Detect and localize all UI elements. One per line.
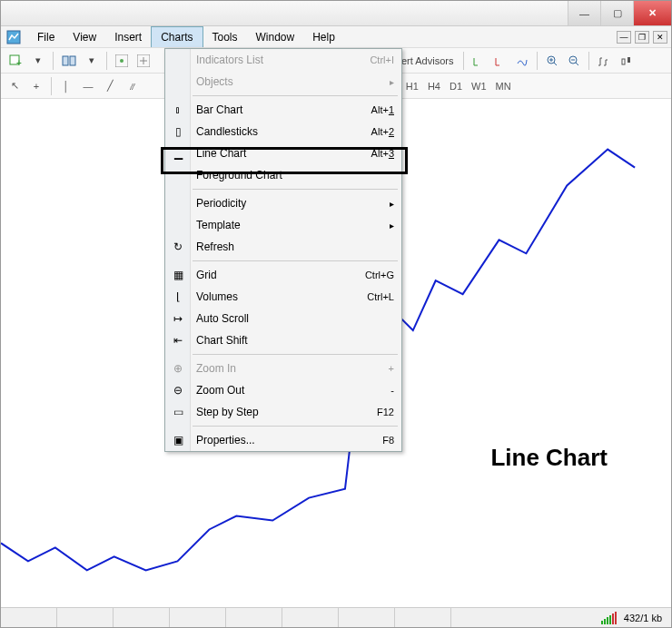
menu-item-step-by-step[interactable]: ▭Step by StepF12 — [165, 401, 401, 423]
zoom-in-button[interactable] — [542, 51, 562, 71]
profiles-button[interactable] — [58, 51, 80, 71]
menu-view[interactable]: View — [64, 26, 105, 47]
menu-item-periodicity[interactable]: Periodicity▸ — [165, 192, 401, 214]
timeframe-h1[interactable]: H1 — [402, 76, 422, 96]
menu-item-refresh[interactable]: ↻Refresh — [165, 236, 401, 258]
timeframe-d1[interactable]: D1 — [446, 76, 466, 96]
zoom-in-icon: ⊕ — [169, 362, 187, 375]
svg-rect-4 — [70, 56, 75, 65]
menu-item-chart-shift[interactable]: ⇤Chart Shift — [165, 329, 401, 351]
menu-item-properties[interactable]: ▣Properties...F8 — [165, 429, 401, 451]
volumes-icon: ⌊ — [169, 290, 187, 303]
submenu-arrow-icon: ▸ — [390, 199, 394, 209]
cursor-button[interactable]: ↖ — [5, 76, 25, 96]
line-chart-icon: ▁ — [169, 147, 187, 160]
menu-item-volumes[interactable]: ⌊VolumesCtrl+L — [165, 286, 401, 308]
menu-window[interactable]: Window — [247, 26, 304, 47]
step-by-step-icon: ▭ — [169, 406, 187, 418]
bar-chart-icon: ⫾ — [169, 103, 187, 116]
menu-separator — [193, 260, 398, 261]
bar-chart-type-button[interactable] — [594, 51, 614, 71]
menubar: File View Insert Charts Tools Window Hel… — [1, 26, 671, 48]
indicator-button-2[interactable] — [490, 51, 510, 71]
window-titlebar: — ▢ ✕ — [1, 1, 671, 26]
menu-item-zoom-out[interactable]: ⊖Zoom Out- — [165, 379, 401, 401]
crosshair-button[interactable]: + — [26, 76, 46, 96]
menu-item-bar-chart[interactable]: ⫾Bar ChartAlt+1 — [165, 99, 401, 121]
trendline-button[interactable]: ╱ — [100, 76, 120, 96]
submenu-arrow-icon: ▸ — [390, 77, 394, 87]
mdi-minimize-button[interactable]: — — [617, 31, 631, 44]
maximize-button[interactable]: ▢ — [600, 1, 633, 25]
chart-shift-icon: ⇤ — [169, 334, 187, 347]
menu-file[interactable]: File — [28, 26, 64, 47]
svg-rect-13 — [622, 59, 625, 64]
connection-signal-icon — [601, 612, 617, 624]
navigator-button[interactable] — [133, 51, 153, 71]
svg-rect-14 — [628, 57, 630, 63]
timeframe-mn[interactable]: MN — [492, 76, 515, 96]
new-chart-button[interactable]: + — [5, 51, 26, 71]
menu-item-zoom-in: ⊕Zoom In+ — [165, 358, 401, 379]
menu-item-indicators-list: Indicators ListCtrl+I — [165, 49, 401, 71]
mdi-restore-button[interactable]: ❐ — [635, 31, 649, 44]
zoom-out-button[interactable] — [564, 51, 584, 71]
chart-annotation-label: Line Chart — [490, 444, 608, 472]
menu-item-template[interactable]: Template▸ — [165, 214, 401, 236]
minimize-button[interactable]: — — [568, 1, 600, 25]
menu-item-candlesticks[interactable]: ▯CandlesticksAlt+2 — [165, 121, 401, 142]
menu-item-line-chart[interactable]: ▁Line ChartAlt+3 — [165, 142, 401, 164]
menu-separator — [193, 426, 398, 427]
dropdown-arrow-icon[interactable]: ▾ — [28, 51, 48, 71]
menu-tools[interactable]: Tools — [203, 26, 247, 47]
close-button[interactable]: ✕ — [633, 1, 671, 25]
app-icon — [5, 26, 23, 47]
grid-icon: ▦ — [169, 269, 187, 281]
menu-separator — [193, 95, 398, 96]
menu-insert[interactable]: Insert — [105, 26, 151, 47]
charts-dropdown: Indicators ListCtrl+IObjects▸⫾Bar ChartA… — [164, 48, 402, 452]
statusbar: 432/1 kb — [1, 607, 671, 627]
transfer-status: 432/1 kb — [624, 613, 662, 623]
timeframe-h4[interactable]: H4 — [424, 76, 444, 96]
menu-item-auto-scroll[interactable]: ↦Auto Scroll — [165, 308, 401, 329]
menu-separator — [193, 354, 398, 355]
vertical-line-button[interactable]: │ — [56, 76, 76, 96]
market-watch-button[interactable] — [112, 51, 132, 71]
zoom-out-icon: ⊖ — [169, 384, 187, 397]
mdi-close-button[interactable]: ✕ — [653, 31, 667, 44]
menu-item-grid[interactable]: ▦GridCtrl+G — [165, 264, 401, 286]
dropdown-arrow-icon[interactable]: ▾ — [82, 51, 102, 71]
horizontal-line-button[interactable]: — — [78, 76, 98, 96]
candlesticks-icon: ▯ — [169, 125, 187, 138]
channel-button[interactable]: ⫽ — [122, 76, 142, 96]
refresh-icon: ↻ — [169, 240, 187, 253]
menu-item-objects: Objects▸ — [165, 71, 401, 93]
menu-separator — [193, 189, 398, 190]
timeframe-w1[interactable]: W1 — [468, 76, 490, 96]
menu-help[interactable]: Help — [303, 26, 344, 47]
auto-scroll-icon: ↦ — [169, 312, 187, 325]
svg-point-6 — [120, 59, 124, 63]
menu-item-foreground-chart[interactable]: Foreground Chart — [165, 164, 401, 186]
submenu-arrow-icon: ▸ — [390, 221, 394, 231]
properties-icon: ▣ — [169, 434, 187, 446]
svg-text:+: + — [16, 58, 22, 68]
indicator-button-1[interactable] — [469, 51, 489, 71]
indicator-button-3[interactable] — [512, 51, 532, 71]
menu-charts[interactable]: Charts — [151, 26, 203, 47]
svg-rect-3 — [63, 56, 68, 65]
candle-chart-type-button[interactable] — [616, 51, 636, 71]
